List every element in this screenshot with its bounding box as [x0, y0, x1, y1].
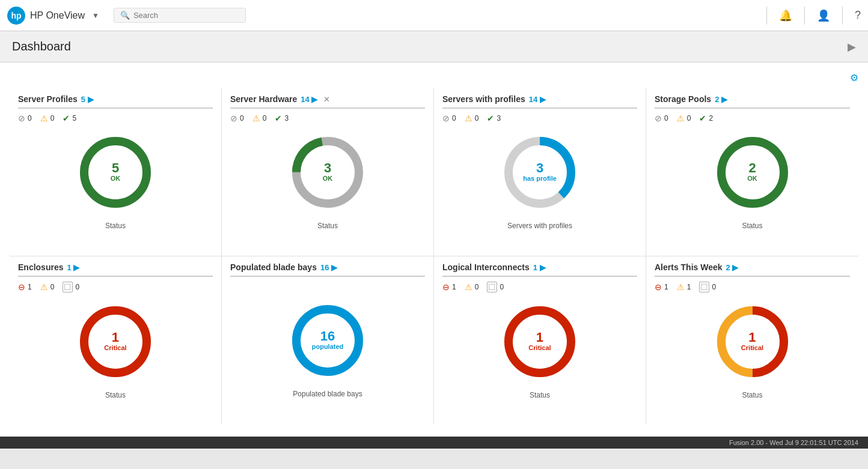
nav-divider-1	[766, 7, 767, 25]
widget-title-logical-interconnects: Logical Interconnects	[442, 262, 530, 272]
badge-critical: ⊖ 1	[655, 282, 668, 292]
badge-value: 0	[240, 114, 244, 123]
widget-count-enclosures[interactable]: 1 ▶	[67, 263, 79, 272]
app-name: HP OneView	[30, 10, 85, 21]
badge-warning: ⚠ 0	[40, 282, 55, 292]
status-badges-storage-pools: ⊘ 0 ⚠ 0 ✔ 2	[655, 113, 850, 123]
widget-server-profiles: Server Profiles 5 ▶ ⊘ 0 ⚠ 0 ✔ 5 5 OK Sta…	[10, 88, 222, 256]
user-icon[interactable]: 👤	[817, 9, 830, 22]
badge-warning: ⚠ 0	[465, 282, 479, 292]
badge-warning: ⚠ 0	[252, 113, 267, 123]
widget-storage-pools: Storage Pools 2 ▶ ⊘ 0 ⚠ 0 ✔ 2 2 OK Statu…	[646, 88, 858, 256]
widget-count-storage-pools[interactable]: 2 ▶	[715, 95, 727, 104]
help-icon[interactable]: ?	[855, 9, 861, 22]
widget-close-server-hardware[interactable]: ✕	[323, 95, 330, 104]
widget-count-servers-with-profiles[interactable]: 14 ▶	[529, 95, 546, 104]
widget-count-alerts-this-week[interactable]: 2 ▶	[726, 263, 739, 272]
widget-enclosures: Enclosures 1 ▶ ⊖ 1 ⚠ 0 ☐ 0 1 Critical St…	[10, 256, 222, 425]
badge-ok: ✔ 3	[275, 113, 289, 123]
widget-header-server-profiles: Server Profiles 5 ▶	[18, 94, 213, 109]
status-badges-logical-interconnects: ⊖ 1 ⚠ 0 ☐ 0	[442, 282, 637, 292]
chart-subtitle-server-hardware: Status	[317, 222, 338, 230]
badge-value: 0	[687, 114, 691, 123]
main-content: ⚙ Server Profiles 5 ▶ ⊘ 0 ⚠ 0 ✔ 5 5 OK S…	[0, 62, 868, 437]
badge-ok: ✔ 2	[699, 113, 713, 123]
widget-count-logical-interconnects[interactable]: 1 ▶	[533, 263, 546, 272]
chart-area-server-hardware: 3 OK Status	[230, 130, 425, 230]
widget-title-server-hardware: Server Hardware	[230, 94, 297, 104]
badge-value: 0	[75, 283, 79, 291]
badge-value: 0	[28, 114, 32, 123]
widget-title-servers-with-profiles: Servers with profiles	[442, 94, 525, 104]
chart-subtitle-storage-pools: Status	[742, 222, 762, 230]
critical-icon: ⊖	[442, 282, 450, 292]
app-dropdown[interactable]: ▼	[92, 11, 99, 20]
ok-icon: ✔	[487, 113, 494, 123]
warning-icon: ⚠	[677, 113, 685, 123]
badge-warning: ⚠ 1	[677, 282, 691, 292]
donut-server-hardware: 3 OK	[286, 130, 370, 214]
settings-gear-icon[interactable]: ⚙	[850, 72, 858, 83]
gear-row: ⚙	[10, 72, 858, 83]
svg-point-1	[84, 141, 147, 204]
donut-populated-blade-bays: 16 populated	[286, 298, 370, 383]
search-input[interactable]	[133, 11, 239, 20]
badge-disabled: ⊘ 0	[18, 113, 32, 123]
widget-count-server-hardware[interactable]: 14 ▶	[301, 95, 317, 104]
chart-subtitle-alerts-this-week: Status	[742, 391, 762, 399]
widget-count-server-profiles[interactable]: 5 ▶	[81, 95, 94, 104]
critical-icon: ⊖	[18, 282, 25, 292]
badge-critical: ⊖ 1	[442, 282, 456, 292]
badge-value: 0	[712, 283, 716, 291]
logo-area: hp HP OneView ▼	[7, 7, 99, 25]
widget-header-servers-with-profiles: Servers with profiles 14 ▶	[442, 94, 637, 109]
status-badges-alerts-this-week: ⊖ 1 ⚠ 1 ☐ 0	[655, 282, 850, 292]
badge-value: 0	[475, 283, 479, 291]
badge-value: 2	[709, 114, 713, 123]
widget-header-server-hardware: Server Hardware 14 ▶ ✕	[230, 94, 425, 109]
svg-point-11	[296, 309, 359, 372]
badge-value: 1	[687, 283, 691, 291]
ok-icon: ✔	[699, 113, 706, 123]
status-badges-servers-with-profiles: ⊘ 0 ⚠ 0 ✔ 3	[442, 113, 637, 123]
widget-servers-with-profiles: Servers with profiles 14 ▶ ⊘ 0 ⚠ 0 ✔ 3 3…	[434, 88, 646, 256]
collapse-button[interactable]: ▶	[848, 40, 856, 53]
donut-enclosures: 1 Critical	[73, 300, 157, 384]
disabled-icon: ⊘	[442, 113, 450, 123]
chart-area-storage-pools: 2 OK Status	[655, 130, 850, 230]
warning-icon: ⚠	[252, 113, 260, 123]
bell-icon[interactable]: 🔔	[779, 9, 792, 22]
widget-header-logical-interconnects: Logical Interconnects 1 ▶	[442, 262, 637, 277]
chart-subtitle-logical-interconnects: Status	[530, 391, 550, 399]
chart-subtitle-enclosures: Status	[105, 391, 126, 399]
search-icon: 🔍	[120, 11, 130, 20]
chart-area-enclosures: 1 Critical Status	[18, 300, 213, 399]
badge-disabled2: ☐ 0	[699, 282, 716, 292]
badge-disabled: ⊘ 0	[230, 113, 244, 123]
dashboard-grid: Server Profiles 5 ▶ ⊘ 0 ⚠ 0 ✔ 5 5 OK Sta…	[10, 88, 858, 425]
chart-area-logical-interconnects: 1 Critical Status	[442, 300, 637, 399]
donut-servers-with-profiles: 3 has profile	[498, 130, 582, 214]
status-badges-server-hardware: ⊘ 0 ⚠ 0 ✔ 3	[230, 113, 425, 123]
donut-storage-pools: 2 OK	[711, 130, 795, 214]
widget-title-enclosures: Enclosures	[18, 262, 63, 272]
badge-value: 0	[500, 283, 504, 291]
donut-logical-interconnects: 1 Critical	[498, 300, 582, 384]
badge-value: 3	[284, 114, 289, 123]
nav-divider-2	[804, 7, 805, 25]
svg-point-9	[84, 310, 147, 373]
widget-count-populated-blade-bays[interactable]: 16 ▶	[320, 263, 337, 272]
widget-title-storage-pools: Storage Pools	[655, 94, 711, 104]
search-box[interactable]: 🔍	[114, 8, 246, 23]
top-navigation: hp HP OneView ▼ 🔍 🔔 👤 ?	[0, 0, 868, 31]
chart-area-servers-with-profiles: 3 has profile Servers with profiles	[442, 130, 637, 230]
badge-ok: ✔ 5	[63, 113, 76, 123]
widget-logical-interconnects: Logical Interconnects 1 ▶ ⊖ 1 ⚠ 0 ☐ 0 1 …	[434, 256, 646, 425]
svg-point-7	[721, 141, 784, 204]
widget-title-populated-blade-bays: Populated blade bays	[230, 262, 317, 272]
badge-value: 1	[664, 283, 668, 291]
ok-icon: ✔	[63, 113, 70, 123]
checkbox-icon: ☐	[487, 282, 497, 292]
badge-ok: ✔ 3	[487, 113, 501, 123]
badge-disabled: ⊘ 0	[655, 113, 668, 123]
